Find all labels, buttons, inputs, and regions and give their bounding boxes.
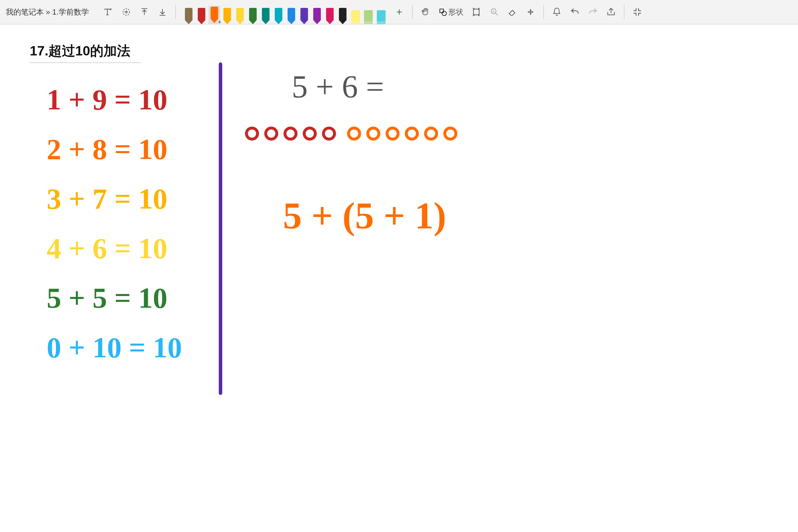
pen-12[interactable]: [337, 5, 348, 24]
counting-circle: [385, 127, 400, 140]
eraser-button[interactable]: [505, 4, 520, 20]
text-recognition-button[interactable]: a: [487, 4, 502, 20]
pen-body: [236, 8, 244, 20]
redo-button[interactable]: [585, 4, 601, 20]
pen-tip: [351, 21, 360, 24]
hand-tool-button[interactable]: [418, 4, 433, 20]
pen-tip: [249, 20, 256, 24]
pen-3[interactable]: [221, 5, 233, 24]
highlighter-15[interactable]: [375, 5, 387, 24]
toolbar: 我的笔记本 » 1.学前数学 ▾ 形状 a: [0, 0, 798, 24]
share-button[interactable]: [604, 4, 619, 20]
pen-body: [313, 8, 321, 20]
counting-circle: [284, 127, 298, 140]
counting-circle: [443, 127, 457, 140]
shape-tool-label: 形状: [448, 7, 463, 17]
notifications-button[interactable]: [549, 4, 564, 20]
breadcrumb[interactable]: 我的笔记本 » 1.学前数学: [6, 7, 89, 17]
counting-circle: [303, 127, 317, 140]
pen-body: [377, 10, 385, 21]
page-title: 17.超过10的加法: [30, 42, 141, 63]
add-pen-button[interactable]: [392, 4, 407, 20]
shape-tool-button[interactable]: 形状: [436, 4, 466, 20]
pen-2[interactable]: ▾: [209, 5, 220, 24]
svg-rect-1: [440, 9, 444, 13]
handwritten-equation-5: 0 + 10 = 10: [47, 331, 182, 364]
pen-5[interactable]: [247, 5, 259, 24]
lasso-tool-button[interactable]: [119, 4, 134, 20]
pen-tip: [223, 20, 231, 24]
handwritten-equation-1: 2 + 8 = 10: [47, 132, 167, 166]
svg-rect-3: [473, 9, 479, 15]
pen-tip: [275, 20, 282, 24]
svg-text:a: a: [492, 10, 494, 13]
pen-body: [198, 8, 205, 20]
pen-10[interactable]: [311, 5, 323, 24]
pen-tip: [313, 20, 321, 24]
pen-body: [211, 7, 218, 19]
note-canvas[interactable]: 17.超过10的加法 1 + 9 = 102 + 8 = 103 + 7 = 1…: [0, 24, 798, 532]
ruler-button[interactable]: [523, 4, 538, 20]
pen-body: [185, 8, 192, 20]
pen-8[interactable]: [286, 5, 297, 24]
handwritten-equation-4: 5 + 5 = 10: [47, 281, 167, 315]
pen-9[interactable]: [298, 5, 310, 24]
breadcrumb-notebook[interactable]: 我的笔记本: [6, 7, 44, 16]
pen-body: [364, 10, 373, 21]
highlighter-13[interactable]: [350, 5, 361, 24]
handwritten-equation-2: 3 + 7 = 10: [47, 182, 167, 215]
counting-circle: [245, 127, 259, 140]
handwritten-equation-0: 1 + 9 = 10: [47, 83, 167, 116]
handwritten-divider: [219, 62, 222, 395]
chevron-down-icon[interactable]: ▾: [218, 19, 221, 25]
fullscreen-collapse-button[interactable]: [630, 4, 645, 20]
pen-tip: [262, 20, 269, 24]
pen-11[interactable]: [324, 5, 336, 24]
breadcrumb-page[interactable]: 1.学前数学: [52, 7, 89, 16]
counting-circle: [264, 127, 278, 140]
insert-below-button[interactable]: [155, 4, 170, 20]
pen-body: [300, 8, 308, 20]
svg-point-2: [442, 12, 446, 16]
pen-6[interactable]: [260, 5, 271, 24]
pen-tip: [300, 20, 308, 24]
pen-tip: [377, 21, 385, 24]
pen-body: [326, 8, 334, 20]
pen-tip: [288, 20, 295, 24]
pen-body: [351, 10, 360, 21]
counting-circle: [366, 127, 380, 140]
pen-7[interactable]: [273, 5, 284, 24]
pen-tip: [198, 20, 205, 24]
toolbar-separator: [175, 5, 176, 19]
pen-0[interactable]: [183, 5, 194, 24]
pen-1[interactable]: [196, 5, 207, 24]
pen-4[interactable]: [234, 5, 246, 24]
pen-body: [339, 8, 346, 20]
breadcrumb-sep: »: [46, 7, 50, 16]
text-tool-button[interactable]: [101, 4, 116, 20]
pen-tip: [211, 19, 218, 23]
pen-palette: ▾: [183, 0, 387, 24]
counting-circle: [322, 127, 336, 140]
pen-body: [262, 8, 269, 20]
counting-circles-group-b: [347, 127, 457, 140]
pen-body: [275, 8, 282, 20]
pen-tip: [236, 20, 244, 24]
toolbar-separator: [412, 5, 413, 19]
pen-tip: [326, 20, 334, 24]
undo-button[interactable]: [567, 4, 583, 20]
pen-tip: [339, 20, 346, 24]
counting-circle: [405, 127, 419, 140]
handwritten-equation-3: 4 + 6 = 10: [47, 232, 167, 265]
pen-body: [249, 8, 256, 20]
pen-body: [288, 8, 295, 20]
highlighter-14[interactable]: [363, 5, 374, 24]
pen-body: [223, 8, 231, 20]
pen-tip: [364, 21, 373, 24]
toolbar-separator: [544, 5, 544, 19]
handwritten-decomposition: 5 + (5 + 1): [283, 194, 446, 238]
transform-tool-button[interactable]: [469, 4, 484, 20]
counting-circle: [424, 127, 438, 140]
handwritten-problem: 5 + 6 =: [292, 68, 384, 105]
insert-above-button[interactable]: [137, 4, 152, 20]
